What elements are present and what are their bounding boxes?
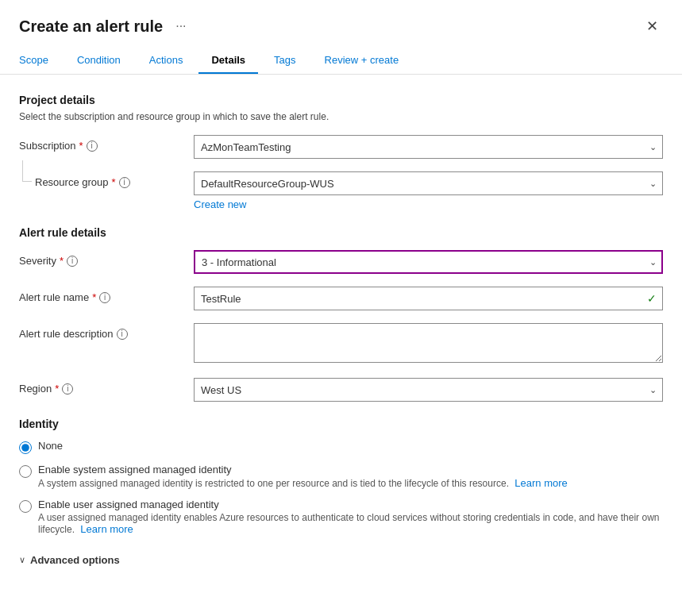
dialog-title: Create an alert rule: [19, 17, 163, 36]
resource-group-group: Resource group * i DefaultResourceGroup-…: [19, 171, 663, 210]
alert-rule-name-control: ✓: [194, 287, 663, 310]
alert-rule-details-section: Alert rule details Severity * i 0 - Crit…: [19, 226, 663, 402]
identity-radio-group: None Enable system assigned managed iden…: [19, 440, 663, 535]
identity-system-radio[interactable]: [19, 465, 32, 478]
severity-control: 0 - Critical 1 - Error 2 - Warning 3 - I…: [194, 250, 663, 274]
create-new-link[interactable]: Create new: [194, 198, 246, 210]
alert-rule-description-input[interactable]: [194, 323, 663, 363]
advanced-options-label: Advanced options: [30, 554, 120, 566]
identity-system-assigned-item: Enable system assigned managed identity …: [19, 464, 663, 489]
identity-user-assigned-item: Enable user assigned managed identity A …: [19, 499, 663, 535]
alert-rule-description-label: Alert rule description i: [19, 323, 194, 340]
identity-user-label: Enable user assigned managed identity: [38, 499, 219, 510]
identity-none-label: None: [38, 440, 63, 452]
identity-title: Identity: [19, 418, 663, 430]
dialog-title-more: ···: [175, 19, 186, 33]
subscription-select-wrapper: AzMonTeamTesting ⌄: [194, 135, 663, 159]
advanced-options-chevron-icon: ∨: [19, 555, 25, 565]
alert-rule-name-label: Alert rule name * i: [19, 287, 194, 303]
resource-group-info-icon: i: [119, 177, 130, 188]
severity-select-wrapper: 0 - Critical 1 - Error 2 - Warning 3 - I…: [194, 250, 663, 274]
identity-none-item: None: [19, 440, 663, 454]
tab-review-create[interactable]: Review + create: [312, 48, 412, 74]
identity-user-desc: A user assigned managed identity enables…: [38, 512, 663, 535]
region-select[interactable]: West US East US Central US: [194, 378, 663, 402]
subscription-control: AzMonTeamTesting ⌄: [194, 135, 663, 159]
severity-select[interactable]: 0 - Critical 1 - Error 2 - Warning 3 - I…: [194, 250, 663, 274]
project-details-title: Project details: [19, 94, 663, 106]
alert-rule-name-input[interactable]: [194, 287, 663, 310]
identity-user-learn-more-link[interactable]: Learn more: [80, 523, 133, 535]
alert-rule-description-control: [194, 323, 663, 365]
subscription-label: Subscription * i: [19, 135, 194, 152]
alert-rule-name-group: Alert rule name * i ✓: [19, 287, 663, 310]
resource-group-select[interactable]: DefaultResourceGroup-WUS: [194, 171, 663, 195]
tab-details[interactable]: Details: [198, 48, 258, 74]
tab-actions[interactable]: Actions: [137, 48, 196, 74]
subscription-select[interactable]: AzMonTeamTesting: [194, 135, 663, 159]
subscription-group: Subscription * i AzMonTeamTesting ⌄: [19, 135, 663, 159]
resource-group-control: DefaultResourceGroup-WUS ⌄ Create new: [194, 171, 663, 210]
resource-group-select-wrapper: DefaultResourceGroup-WUS ⌄: [194, 171, 663, 195]
severity-label: Severity * i: [19, 250, 194, 267]
region-info-icon: i: [62, 383, 73, 395]
alert-rule-name-info-icon: i: [99, 292, 110, 303]
tab-tags[interactable]: Tags: [261, 48, 308, 74]
tab-condition[interactable]: Condition: [64, 48, 133, 74]
identity-user-radio[interactable]: [19, 500, 32, 513]
identity-none-radio[interactable]: [19, 441, 32, 454]
region-control: West US East US Central US ⌄: [194, 378, 663, 402]
page-content: Project details Select the subscription …: [0, 75, 682, 585]
identity-system-learn-more-link[interactable]: Learn more: [514, 477, 567, 489]
resource-group-label: Resource group * i: [19, 171, 194, 188]
region-select-wrapper: West US East US Central US ⌄: [194, 378, 663, 402]
identity-section: Identity None Enable system assigned man…: [19, 418, 663, 535]
nav-tabs: Scope Condition Actions Details Tags Rev…: [0, 38, 682, 75]
alert-rule-description-info-icon: i: [117, 329, 128, 340]
region-group: Region * i West US East US Central US ⌄: [19, 378, 663, 402]
project-details-section: Project details Select the subscription …: [19, 94, 663, 210]
tab-scope[interactable]: Scope: [19, 48, 61, 74]
create-alert-rule-dialog: Create an alert rule ··· ✕ Scope Conditi…: [0, 0, 682, 616]
identity-system-label: Enable system assigned managed identity: [38, 464, 232, 475]
close-button[interactable]: ✕: [642, 14, 663, 38]
project-details-desc: Select the subscription and resource gro…: [19, 111, 663, 122]
identity-system-desc: A system assigned managed identity is re…: [38, 477, 568, 489]
severity-group: Severity * i 0 - Critical 1 - Error 2 - …: [19, 250, 663, 274]
alert-rule-name-check-icon: ✓: [647, 292, 657, 305]
advanced-options-toggle[interactable]: ∨ Advanced options: [19, 554, 663, 566]
severity-info-icon: i: [67, 256, 78, 267]
alert-rule-details-title: Alert rule details: [19, 226, 663, 239]
region-label: Region * i: [19, 378, 194, 395]
subscription-info-icon: i: [87, 141, 98, 152]
dialog-header: Create an alert rule ··· ✕: [0, 0, 682, 38]
alert-rule-description-group: Alert rule description i: [19, 323, 663, 365]
